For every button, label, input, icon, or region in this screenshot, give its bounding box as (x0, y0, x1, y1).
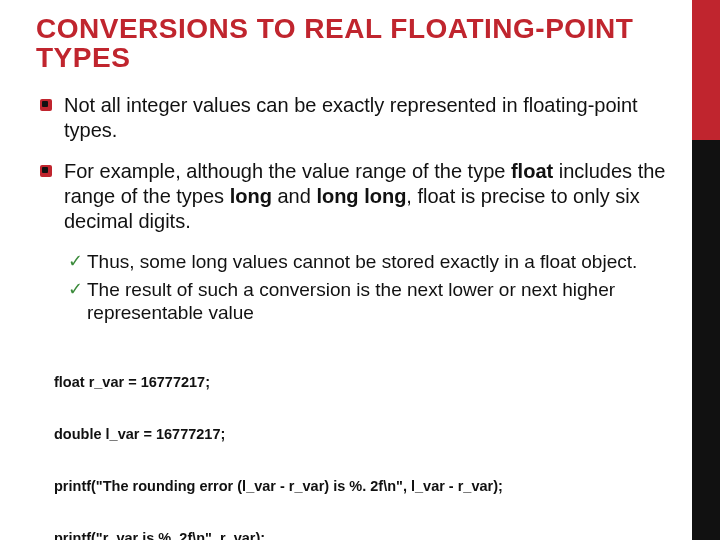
bullet-item-2: For example, although the value range of… (36, 159, 682, 234)
bullet-square-icon (40, 99, 52, 111)
keyword-float: float (511, 160, 553, 182)
bullet-text-2: For example, although the value range of… (64, 159, 682, 234)
code-line-4: printf("r_var is %. 2f\n", r_var); (54, 530, 682, 540)
sub-text-1: Thus, some long values cannot be stored … (87, 250, 637, 274)
sub-list: ✓ Thus, some long values cannot be store… (68, 250, 682, 325)
bullet-square-icon (40, 165, 52, 177)
text-fragment: and (272, 185, 316, 207)
slide-content: CONVERSIONS TO REAL FLOATING-POINT TYPES… (0, 0, 720, 540)
accent-black (692, 140, 720, 540)
bullet-text-1: Not all integer values can be exactly re… (64, 93, 682, 143)
text-fragment: For example, although the value range of… (64, 160, 511, 182)
code-block: float r_var = 16777217; double l_var = 1… (54, 339, 682, 540)
bullet-item-1: Not all integer values can be exactly re… (36, 93, 682, 143)
check-icon: ✓ (68, 278, 83, 301)
slide-title: CONVERSIONS TO REAL FLOATING-POINT TYPES (36, 14, 682, 73)
code-line-1: float r_var = 16777217; (54, 374, 682, 391)
sub-text-2: The result of such a conversion is the n… (87, 278, 682, 326)
check-icon: ✓ (68, 250, 83, 273)
sub-item-2: ✓ The result of such a conversion is the… (68, 278, 682, 326)
code-line-3: printf("The rounding error (l_var - r_va… (54, 478, 682, 495)
accent-red (692, 0, 720, 140)
sub-item-1: ✓ Thus, some long values cannot be store… (68, 250, 682, 274)
code-line-2: double l_var = 16777217; (54, 426, 682, 443)
right-accent-bar (692, 0, 720, 540)
keyword-long: long (230, 185, 272, 207)
keyword-longlong: long long (316, 185, 406, 207)
